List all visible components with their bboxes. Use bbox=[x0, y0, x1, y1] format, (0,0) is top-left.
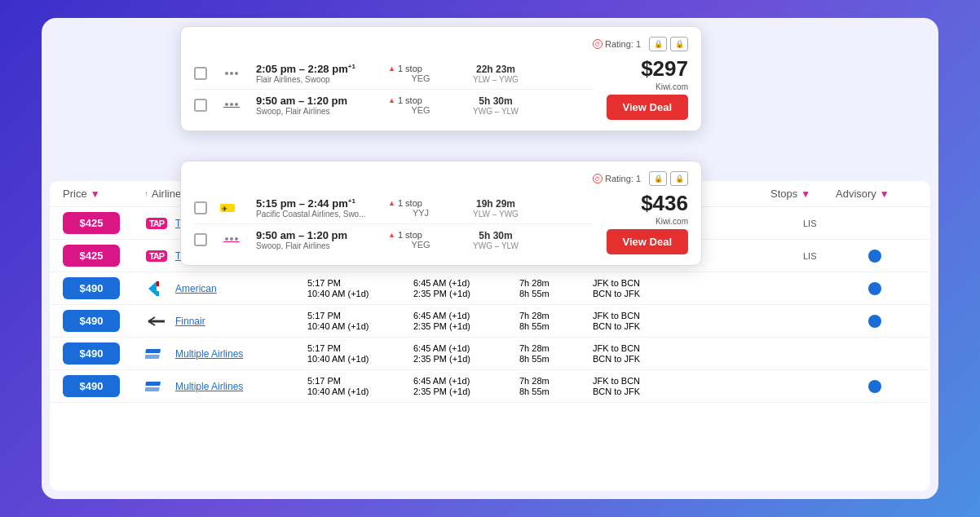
popup2-flight-times-1: 5:15 pm – 2:44 pm+1 Pacific Coastal Airl… bbox=[256, 197, 378, 219]
row4-multi-logo bbox=[144, 345, 169, 363]
row1-stops-cell: LIS bbox=[803, 251, 868, 261]
row4-flight-sub-2: 10:40 AM (+1d) 2:35 PM (+1d) 8h 55m BCN … bbox=[307, 354, 803, 364]
row4-flights: 5:17 PM 6:45 AM (+1d) 7h 28m JFK to BCN … bbox=[307, 343, 803, 364]
row5-price-button[interactable]: $490 bbox=[63, 375, 120, 397]
popup1-price-section: $297 Kiwi.com View Deal bbox=[607, 58, 688, 121]
price-filter-icon[interactable]: ▼ bbox=[90, 188, 100, 200]
list-row-5: $490 Multiple Airlines 5:17 PM 6:45 AM (… bbox=[50, 370, 930, 403]
header-stops: Stops ▼ bbox=[770, 188, 836, 200]
popup1-flight-times-1: 2:05 pm – 2:28 pm+1 Flair Airlines, Swoo… bbox=[256, 63, 378, 84]
row2-flights: 5:17 PM 6:45 AM (+1d) 7h 28m JFK to BCN … bbox=[307, 278, 803, 298]
row5-airline-cell: Multiple Airlines bbox=[144, 378, 307, 395]
row0-price-button[interactable]: $425 bbox=[63, 212, 120, 234]
popup2-airline-logo-2 bbox=[217, 232, 246, 248]
row3-flights: 5:17 PM 6:45 AM (+1d) 7h 28m JFK to BCN … bbox=[307, 311, 803, 331]
lock-icon-1b: 🔒 bbox=[670, 37, 688, 51]
popup-2-rating-text: Rating: 1 bbox=[605, 174, 641, 183]
popup-card-1: ⏱ Rating: 1 🔒 🔒 2:05 pm – 2:28 pm+1 F bbox=[180, 26, 702, 131]
popup1-duration-2: 5h 30m YWG – YLW bbox=[463, 95, 528, 116]
row2-price-button[interactable]: $490 bbox=[63, 277, 120, 299]
airline-sort-icon[interactable]: ↑ bbox=[144, 189, 148, 198]
row0-price-cell: $425 bbox=[63, 212, 144, 234]
popup1-checkbox-2[interactable] bbox=[194, 99, 207, 112]
row5-airline-name[interactable]: Multiple Airlines bbox=[175, 381, 243, 392]
popup2-flight-row-2: 9:50 am – 1:20 pm Swoop, Flair Airlines … bbox=[194, 224, 594, 255]
popup1-flight-times-2: 9:50 am – 1:20 pm Swoop, Flair Airlines bbox=[256, 95, 378, 116]
row2-airline-name[interactable]: American bbox=[175, 283, 217, 294]
popup1-stop-1: ▲1 stop YEG bbox=[388, 64, 453, 83]
row3-price-button[interactable]: $490 bbox=[63, 310, 120, 332]
svg-rect-3 bbox=[157, 281, 159, 286]
row1-price-button[interactable]: $425 bbox=[63, 245, 120, 267]
row4-airline-cell: Multiple Airlines bbox=[144, 345, 307, 363]
svg-rect-10 bbox=[145, 355, 160, 359]
popup2-stop-1: ▲1 stop YYJ bbox=[388, 198, 453, 218]
popup2-airline-logo-1: ✈ bbox=[217, 200, 246, 216]
row3-advisory-cell bbox=[868, 315, 917, 328]
row2-advisory-cell bbox=[868, 282, 917, 295]
row0-tap-logo: TAP bbox=[144, 214, 169, 232]
lock-icon-1a: 🔒 bbox=[649, 37, 667, 51]
popup1-duration-1: 22h 23m YLW – YWG bbox=[463, 64, 528, 84]
clock-icon-1: ⏱ bbox=[593, 39, 603, 49]
popup2-price-section: $436 Kiwi.com View Deal bbox=[607, 192, 688, 255]
outer-card: ⏱ Rating: 1 🔒 🔒 2:05 pm – 2:28 pm+1 F bbox=[42, 18, 938, 499]
popup2-duration-1: 19h 29m YLW – YWG bbox=[463, 198, 528, 219]
header-price: Price ▼ bbox=[63, 188, 144, 200]
popup1-checkbox-1[interactable] bbox=[194, 67, 207, 80]
svg-text:✈: ✈ bbox=[222, 205, 227, 213]
popup-1-header: ⏱ Rating: 1 🔒 🔒 bbox=[194, 37, 688, 51]
popup-card-2: ⏱ Rating: 1 🔒 🔒 ✈ bbox=[180, 161, 702, 266]
svg-rect-11 bbox=[145, 382, 161, 386]
svg-rect-12 bbox=[145, 387, 160, 391]
row1-tap-logo: TAP bbox=[144, 247, 169, 265]
row4-price-button[interactable]: $490 bbox=[63, 342, 120, 365]
row5-flight-sub-1: 5:17 PM 6:45 AM (+1d) 7h 28m JFK to BCN bbox=[307, 376, 803, 386]
row2-advisory-icon bbox=[868, 282, 881, 295]
row3-airline-name[interactable]: Finnair bbox=[175, 316, 205, 327]
row3-flight-sub-2: 10:40 AM (+1d) 2:35 PM (+1d) 8h 55m BCN … bbox=[307, 321, 803, 331]
svg-rect-9 bbox=[145, 349, 161, 353]
popup2-duration-2: 5h 30m YWG – YLW bbox=[463, 230, 528, 250]
popup-2-header: ⏱ Rating: 1 🔒 🔒 bbox=[194, 171, 688, 186]
popup1-view-deal-button[interactable]: View Deal bbox=[607, 95, 688, 120]
row3-flight-sub-1: 5:17 PM 6:45 AM (+1d) 7h 28m JFK to BCN bbox=[307, 311, 803, 320]
row5-flights: 5:17 PM 6:45 AM (+1d) 7h 28m JFK to BCN … bbox=[307, 376, 803, 396]
row1-advisory-icon bbox=[868, 250, 881, 263]
popup-2-lock-icons: 🔒 🔒 bbox=[649, 171, 688, 186]
popup2-flight-row-1: ✈ 5:15 pm – 2:44 pm+1 Pacific Coastal Ai… bbox=[194, 192, 594, 224]
popup-1-lock-icons: 🔒 🔒 bbox=[649, 37, 688, 51]
stops-filter-icon[interactable]: ▼ bbox=[801, 188, 810, 200]
row5-multi-logo bbox=[144, 378, 169, 395]
row3-finnair-logo bbox=[144, 312, 169, 330]
row2-flight-sub-1: 5:17 PM 6:45 AM (+1d) 7h 28m JFK to BCN bbox=[307, 278, 803, 288]
row5-price-cell: $490 bbox=[63, 375, 144, 397]
row3-airline-cell: Finnair bbox=[144, 312, 307, 330]
advisory-filter-icon[interactable]: ▼ bbox=[880, 188, 890, 200]
popup2-checkbox-2[interactable] bbox=[194, 233, 207, 246]
row1-price-cell: $425 bbox=[63, 245, 144, 267]
row1-advisory-cell bbox=[868, 250, 917, 263]
clock-icon-2: ⏱ bbox=[593, 174, 603, 183]
popup1-airline-logo-2 bbox=[217, 97, 246, 113]
row5-flight-sub-2: 10:40 AM (+1d) 2:35 PM (+1d) 8h 55m BCN … bbox=[307, 387, 803, 396]
popup1-flight-row-2: 9:50 am – 1:20 pm Swoop, Flair Airlines … bbox=[194, 90, 594, 121]
row3-price-cell: $490 bbox=[63, 310, 144, 332]
row4-flight-sub-1: 5:17 PM 6:45 AM (+1d) 7h 28m JFK to BCN bbox=[307, 343, 803, 353]
popup2-checkbox-1[interactable] bbox=[194, 201, 207, 214]
row5-advisory-cell bbox=[868, 380, 917, 393]
popup1-stop-2: ▲1 stop YEG bbox=[388, 95, 453, 115]
row2-price-cell: $490 bbox=[63, 277, 144, 299]
popup-1-rating-text: Rating: 1 bbox=[605, 39, 641, 49]
list-row-2: $490 American 5:17 PM 6:45 AM (+1d) bbox=[50, 272, 930, 305]
row4-airline-name[interactable]: Multiple Airlines bbox=[175, 348, 243, 360]
list-row-4: $490 Multiple Airlines 5:17 PM 6:45 AM (… bbox=[50, 338, 930, 370]
row2-flight-sub-2: 10:40 AM (+1d) 2:35 PM (+1d) 8h 55m BCN … bbox=[307, 289, 803, 298]
row2-airline-cell: American bbox=[144, 280, 307, 298]
row4-price-cell: $490 bbox=[63, 342, 144, 365]
popup-2-rating: ⏱ Rating: 1 bbox=[593, 174, 641, 183]
row3-advisory-icon bbox=[868, 315, 881, 328]
popup2-view-deal-button[interactable]: View Deal bbox=[607, 229, 688, 254]
header-advisory: Advisory ▼ bbox=[836, 188, 917, 200]
popup2-stop-2: ▲1 stop YEG bbox=[388, 230, 453, 250]
